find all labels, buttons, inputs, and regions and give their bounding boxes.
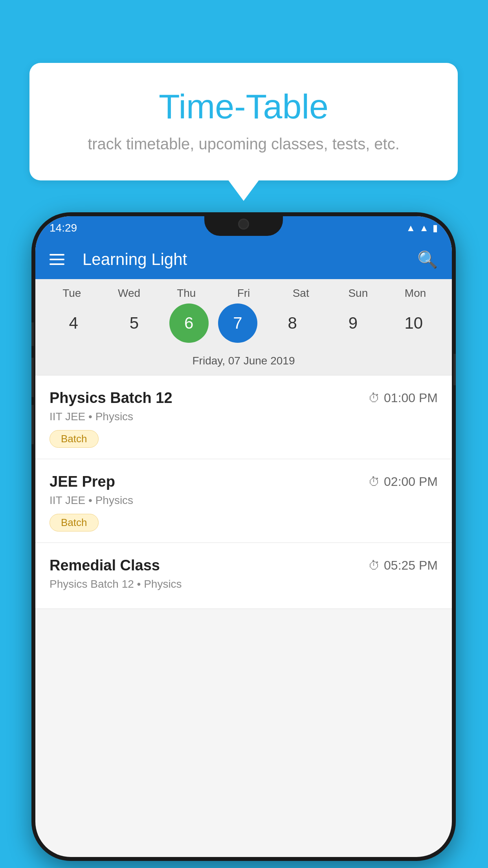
schedule-item[interactable]: Physics Batch 12⏱01:00 PMIIT JEE • Physi… bbox=[35, 375, 452, 459]
app-title: Learning Light bbox=[83, 250, 403, 269]
power-button bbox=[453, 354, 456, 385]
calendar-strip: TueWedThuFriSatSunMon 45678910 Friday, 0… bbox=[35, 279, 452, 375]
signal-icon: ▲ bbox=[419, 223, 429, 234]
volume-up-button bbox=[31, 358, 34, 397]
time-text: 02:00 PM bbox=[384, 474, 438, 489]
day-number[interactable]: 5 bbox=[108, 303, 160, 343]
day-number[interactable]: 8 bbox=[267, 303, 318, 343]
schedule-item-subtitle: IIT JEE • Physics bbox=[50, 410, 438, 423]
clock-icon: ⏱ bbox=[368, 392, 380, 405]
day-header: Mon bbox=[390, 287, 441, 300]
schedule-item-header: JEE Prep⏱02:00 PM bbox=[50, 473, 438, 490]
tooltip-title: Time-Table bbox=[57, 86, 430, 127]
wifi-icon: ▲ bbox=[406, 223, 415, 234]
phone-frame: 14:29 ▲ ▲ ▮ Learning Light 🔍 TueWedThuFr… bbox=[31, 212, 456, 861]
tooltip-card: Time-Table track timetable, upcoming cla… bbox=[29, 63, 458, 180]
schedule-item-title: JEE Prep bbox=[50, 473, 115, 490]
time-text: 05:25 PM bbox=[384, 558, 438, 573]
mute-button bbox=[31, 322, 34, 346]
schedule-list: Physics Batch 12⏱01:00 PMIIT JEE • Physi… bbox=[35, 375, 452, 609]
clock-icon: ⏱ bbox=[368, 475, 380, 489]
phone-screen: 14:29 ▲ ▲ ▮ Learning Light 🔍 TueWedThuFr… bbox=[35, 216, 452, 857]
day-number[interactable]: 10 bbox=[388, 303, 439, 343]
schedule-item-title: Physics Batch 12 bbox=[50, 390, 172, 406]
schedule-item-header: Remedial Class⏱05:25 PM bbox=[50, 557, 438, 574]
batch-badge: Batch bbox=[50, 430, 99, 448]
status-time: 14:29 bbox=[50, 222, 77, 234]
status-icons: ▲ ▲ ▮ bbox=[406, 223, 438, 234]
schedule-item-time: ⏱02:00 PM bbox=[368, 474, 438, 489]
schedule-item-title: Remedial Class bbox=[50, 557, 160, 574]
phone-notch bbox=[204, 212, 283, 236]
menu-button[interactable] bbox=[50, 254, 64, 265]
clock-icon: ⏱ bbox=[368, 559, 380, 572]
day-header: Tue bbox=[46, 287, 97, 300]
day-header: Wed bbox=[104, 287, 155, 300]
day-header: Thu bbox=[161, 287, 212, 300]
time-text: 01:00 PM bbox=[384, 391, 438, 405]
app-bar: Learning Light 🔍 bbox=[35, 240, 452, 279]
selected-date-label: Friday, 07 June 2019 bbox=[35, 351, 452, 375]
day-header: Fri bbox=[218, 287, 269, 300]
schedule-item-subtitle: Physics Batch 12 • Physics bbox=[50, 578, 438, 590]
battery-icon: ▮ bbox=[433, 223, 438, 234]
schedule-item-subtitle: IIT JEE • Physics bbox=[50, 494, 438, 507]
schedule-item-time: ⏱05:25 PM bbox=[368, 558, 438, 573]
day-number[interactable]: 6 bbox=[169, 303, 209, 343]
search-button[interactable]: 🔍 bbox=[417, 250, 438, 269]
day-numbers: 45678910 bbox=[35, 303, 452, 351]
day-header: Sat bbox=[275, 287, 327, 300]
batch-badge: Batch bbox=[50, 514, 99, 531]
phone-camera bbox=[238, 219, 249, 230]
day-number[interactable]: 7 bbox=[218, 303, 257, 343]
tooltip-subtitle: track timetable, upcoming classes, tests… bbox=[57, 135, 430, 153]
schedule-item[interactable]: JEE Prep⏱02:00 PMIIT JEE • PhysicsBatch bbox=[35, 459, 452, 543]
schedule-item-time: ⏱01:00 PM bbox=[368, 391, 438, 405]
day-headers: TueWedThuFriSatSunMon bbox=[35, 287, 452, 303]
day-header: Sun bbox=[332, 287, 383, 300]
day-number[interactable]: 9 bbox=[328, 303, 379, 343]
volume-down-button bbox=[31, 405, 34, 444]
schedule-item-header: Physics Batch 12⏱01:00 PM bbox=[50, 390, 438, 406]
schedule-item[interactable]: Remedial Class⏱05:25 PMPhysics Batch 12 … bbox=[35, 543, 452, 609]
day-number[interactable]: 4 bbox=[48, 303, 99, 343]
